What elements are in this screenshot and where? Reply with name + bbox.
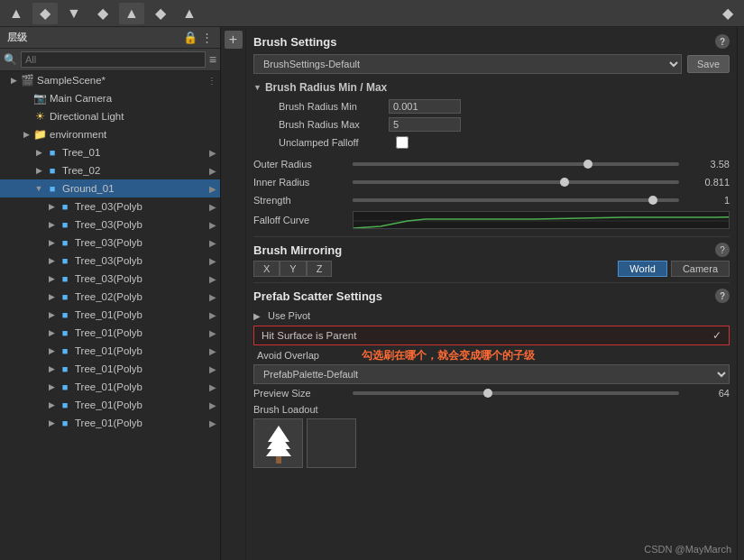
menu-icon[interactable]: ⋮: [207, 76, 216, 86]
preset-dropdown[interactable]: BrushSettings-Default: [253, 54, 682, 74]
preview-size-slider[interactable]: [353, 391, 679, 395]
axis-y-button[interactable]: Y: [280, 261, 306, 277]
hierarchy-item-tree03b[interactable]: ▶ ■ Tree_03(Polyb ▶: [0, 216, 220, 234]
axis-x-button[interactable]: X: [253, 261, 280, 277]
search-input[interactable]: [21, 51, 206, 68]
hierarchy-item-tree03c[interactable]: ▶ ■ Tree_03(Polyb ▶: [0, 234, 220, 252]
hierarchy-item-tree02[interactable]: ▶ ■ Tree_02 ▶: [0, 161, 220, 179]
hierarchy-item-tree03e[interactable]: ▶ ■ Tree_03(Polyb ▶: [0, 270, 220, 288]
menu-icon[interactable]: ▶: [209, 148, 216, 158]
loadout-item-empty[interactable]: [307, 418, 356, 468]
menu-icon[interactable]: ▶: [209, 310, 216, 320]
hierarchy-item-label: Tree_03(Polyb: [75, 255, 209, 266]
top-toolbar: ▲ ◆ ▼ ◆ ▲ ◆ ▲ ◆: [0, 0, 744, 27]
arrow-icon: ▶: [45, 292, 58, 301]
mirror-controls: X Y Z World Camera: [253, 261, 730, 277]
add-button[interactable]: +: [225, 31, 243, 49]
brush-settings-help-icon[interactable]: ?: [715, 34, 730, 49]
use-pivot-row: ▶ Use Pivot: [253, 308, 730, 323]
hierarchy-item-tree01[interactable]: ▶ ■ Tree_01 ▶: [0, 143, 220, 161]
outer-radius-slider[interactable]: [353, 162, 679, 166]
hierarchy-item-main-camera[interactable]: 📷 Main Camera: [0, 89, 220, 107]
prefab-scatter-label: Prefab Scatter Settings: [253, 289, 382, 303]
menu-icon[interactable]: ▶: [209, 238, 216, 248]
hierarchy-item-directional-light[interactable]: ☀ Directional Light: [0, 107, 220, 125]
arrow-icon: ▶: [45, 346, 58, 355]
menu-icon[interactable]: ▶: [209, 382, 216, 392]
menu-icon[interactable]: ▶: [209, 292, 216, 302]
brush-radius-max-input[interactable]: [389, 117, 461, 132]
prefab-scatter-help-icon[interactable]: ?: [715, 289, 730, 303]
menu-icon[interactable]: ▶: [209, 364, 216, 374]
camera-button[interactable]: Camera: [671, 261, 730, 277]
preview-size-row: Preview Size 64: [253, 386, 730, 400]
unclamped-falloff-checkbox[interactable]: [396, 136, 409, 149]
hierarchy-item-ground01[interactable]: ▼ ■ Ground_01 ▶: [0, 179, 220, 197]
arrow-icon: ▶: [45, 400, 58, 409]
hierarchy-item-tree01d[interactable]: ▶ ■ Tree_01(Polyb ▶: [0, 360, 220, 378]
brush-radius-header[interactable]: ▼ Brush Radius Min / Max: [253, 79, 730, 96]
hierarchy-item-label: Tree_01(Polyb: [75, 399, 209, 410]
toolbar-icon-4[interactable]: ◆: [90, 3, 115, 24]
axis-z-button[interactable]: Z: [307, 261, 333, 277]
inner-radius-slider[interactable]: [353, 180, 679, 184]
brush-radius-min-input[interactable]: [389, 99, 461, 114]
world-button[interactable]: World: [618, 261, 667, 277]
hit-surface-row[interactable]: Hit Surface is Parent ✓: [253, 326, 730, 345]
toolbar-icon-7[interactable]: ▲: [177, 3, 202, 24]
cube-icon: ■: [58, 289, 72, 304]
avoid-overlap-row: Avoid Overlap 勾选刷在哪个，就会变成哪个的子级: [253, 348, 730, 363]
menu-icon[interactable]: ▶: [209, 256, 216, 266]
light-icon: ☀: [32, 109, 47, 124]
hierarchy-item-tree01c[interactable]: ▶ ■ Tree_01(Polyb ▶: [0, 342, 220, 360]
save-button[interactable]: Save: [687, 55, 730, 73]
hierarchy-item-samplescene[interactable]: ▶ 🎬 SampleScene* ⋮: [0, 71, 220, 89]
strength-slider[interactable]: [353, 198, 679, 202]
menu-icon[interactable]: ▶: [209, 184, 216, 194]
hierarchy-item-tree01a[interactable]: ▶ ■ Tree_01(Polyb ▶: [0, 306, 220, 324]
toolbar-icon-2[interactable]: ◆: [32, 3, 58, 24]
cube-icon: ■: [58, 380, 72, 394]
hierarchy-item-tree03a[interactable]: ▶ ■ Tree_03(Polyb ▶: [0, 197, 220, 216]
menu-icon[interactable]: ▶: [209, 346, 216, 356]
toolbar-icon-1[interactable]: ▲: [4, 3, 29, 24]
falloff-curve-canvas[interactable]: [353, 211, 730, 229]
falloff-curve-svg: [354, 212, 729, 229]
right-scrollbar[interactable]: [737, 27, 744, 560]
hierarchy-item-tree01e[interactable]: ▶ ■ Tree_01(Polyb ▶: [0, 378, 220, 396]
brush-loadout-section: Brush Loadout: [253, 404, 730, 468]
hierarchy-item-tree01f[interactable]: ▶ ■ Tree_01(Polyb ▶: [0, 396, 220, 414]
hierarchy-header-icons: 🔒 ⋮: [183, 31, 213, 44]
brush-radius-subsection: ▼ Brush Radius Min / Max Brush Radius Mi…: [253, 79, 730, 151]
search-filter-icon[interactable]: ≡: [209, 52, 216, 67]
menu-icon[interactable]: ▶: [209, 202, 216, 212]
menu-icon[interactable]: ▶: [209, 166, 216, 176]
cube-icon: ■: [58, 344, 72, 358]
menu-icon[interactable]: ▶: [209, 274, 216, 284]
lock-icon[interactable]: 🔒: [183, 31, 197, 44]
menu-icon[interactable]: ▶: [209, 400, 216, 410]
menu-icon[interactable]: ▶: [209, 220, 216, 230]
toolbar-icon-3[interactable]: ▼: [61, 3, 87, 24]
loadout-item-tree[interactable]: [253, 418, 303, 468]
hierarchy-item-label: Tree_03(Polyb: [75, 201, 209, 212]
hierarchy-item-tree01b[interactable]: ▶ ■ Tree_01(Polyb ▶: [0, 324, 220, 342]
toolbar-icon-5[interactable]: ▲: [119, 3, 144, 24]
toolbar-icon-6[interactable]: ◆: [148, 3, 173, 24]
more-icon[interactable]: ⋮: [201, 31, 213, 44]
hierarchy-item-tree01g[interactable]: ▶ ■ Tree_01(Polyb ▶: [0, 414, 220, 432]
toolbar-icon-8[interactable]: ◆: [715, 3, 740, 24]
tree-icon: [264, 424, 293, 464]
hierarchy-item-label: Tree_03(Polyb: [75, 273, 209, 284]
brush-mirroring-help-icon[interactable]: ?: [715, 243, 730, 257]
menu-icon[interactable]: ▶: [209, 328, 216, 338]
preset-row: BrushSettings-Default Save: [253, 54, 730, 74]
prefab-palette-dropdown[interactable]: PrefabPalette-Default: [253, 364, 730, 384]
divider-1: [253, 236, 730, 237]
hierarchy-item-environment[interactable]: ▶ 📁 environment: [0, 125, 220, 143]
arrow-icon: ▶: [45, 274, 58, 283]
hierarchy-item-tree03d[interactable]: ▶ ■ Tree_03(Polyb ▶: [0, 252, 220, 270]
menu-icon[interactable]: ▶: [209, 418, 216, 428]
hierarchy-item-tree02a[interactable]: ▶ ■ Tree_02(Polyb ▶: [0, 288, 220, 306]
hierarchy-item-label: Tree_01(Polyb: [75, 345, 209, 356]
